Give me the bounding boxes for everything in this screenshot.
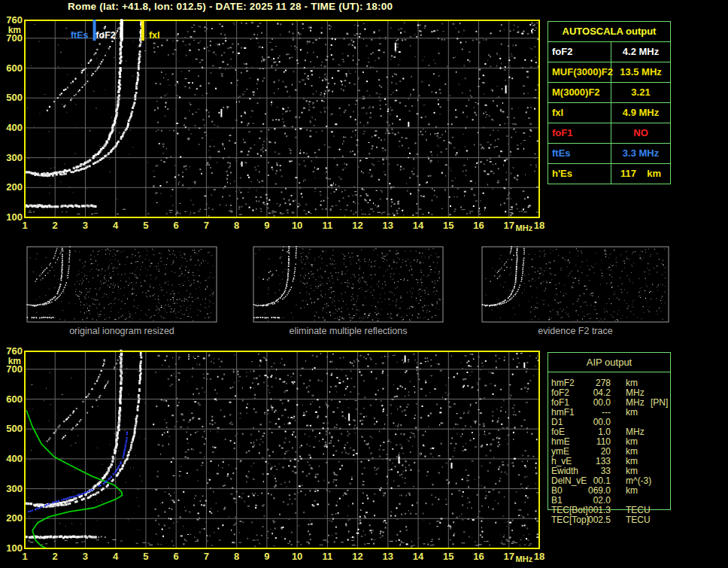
ionogram-plot-top: ftEsfoF2fxI123456789101112131415161718MH… (6, 14, 544, 232)
marker-label-fxI: fxI (149, 30, 160, 41)
autoscala-table-rows: foF24.2 MHzMUF(3000)F213.5 MHzM(3000)F23… (548, 41, 670, 184)
autoscala-row-value: 3.3 MHz (611, 144, 670, 163)
x-tick-label: 9 (264, 220, 269, 231)
y-tick-label: 400 (6, 453, 23, 464)
autoscala-output-table: AUTOSCALA output foF24.2 MHzMUF(3000)F21… (548, 21, 671, 184)
autoscala-table-title: AUTOSCALA output (548, 22, 670, 41)
aip-row-hmF1: hmF1---km (548, 408, 679, 418)
x-tick-label: 1 (22, 551, 27, 562)
x-tick-label: 7 (204, 220, 209, 231)
thumbnail-caption-original: original ionogram resized (27, 326, 217, 336)
autoscala-row-value: 4.9 MHz (611, 103, 670, 123)
x-tick-label: 4 (113, 551, 119, 562)
x-tick-label: 11 (322, 220, 332, 231)
x-tick-label: 16 (473, 220, 484, 231)
aip-row-DelNvE: DelN_vE00.1m^(-3) (548, 476, 679, 486)
autoscala-row-label: foF2 (548, 42, 611, 62)
y-tick-label: 300 (6, 152, 23, 163)
x-tick-label: 11 (322, 551, 332, 562)
x-tick-label: 13 (383, 220, 393, 231)
x-tick-label: 14 (413, 551, 424, 562)
x-tick-label: 3 (83, 551, 88, 562)
x-tick-label: 18 (534, 551, 544, 562)
x-tick-label: 12 (352, 551, 362, 562)
aip-row-TECTop: TEC[Top]002.5TECU (548, 515, 679, 525)
ionogram-plot-bottom: 123456789101112131415161718MHz7607006005… (6, 345, 544, 563)
x-tick-label: 9 (264, 551, 269, 562)
aip-table-title: AIP output (548, 353, 670, 372)
x-tick-label: 6 (174, 220, 179, 231)
x-tick-label: 1 (22, 220, 27, 231)
x-tick-label: 7 (204, 551, 209, 562)
y-tick-label: 100 (6, 211, 23, 223)
y-tick-label: 500 (6, 423, 23, 434)
autoscala-row-MUF3000F2: MUF(3000)F213.5 MHz (548, 62, 670, 82)
y-tick-label: 760 (6, 345, 23, 357)
x-tick-label: 10 (292, 551, 302, 562)
y-axis-unit: km (8, 356, 21, 366)
x-tick-label: 10 (292, 220, 302, 231)
y-tick-label: 600 (6, 62, 23, 74)
autoscala-row-value: 3.21 (611, 83, 670, 102)
marker-label-foF2: foF2 (96, 30, 115, 41)
autoscala-row-hEs: h'Es117 km (548, 163, 670, 184)
y-tick-label: 100 (6, 542, 23, 554)
autoscala-row-label: foF1 (548, 123, 611, 143)
aip-row-value: 002.5 (578, 515, 611, 525)
x-tick-label: 3 (83, 220, 88, 231)
x-tick-label: 13 (383, 551, 393, 562)
x-tick-label: 8 (234, 551, 239, 562)
x-tick-label: 18 (534, 220, 544, 231)
autoscala-row-label: ftEs (548, 144, 611, 163)
autoscala-row-label: MUF(3000)F2 (548, 62, 611, 82)
thumbnail-original-ionogram (27, 246, 217, 322)
thumbnail-caption-eliminate: eliminate multiple reflections (253, 326, 443, 336)
marker-label-ftEs: ftEs (71, 30, 89, 41)
autoscala-row-label: fxI (548, 103, 611, 123)
x-tick-label: 5 (143, 220, 148, 231)
x-axis-unit: MHz (516, 223, 533, 232)
autoscala-row-value: 4.2 MHz (611, 42, 670, 62)
x-tick-label: 17 (504, 551, 514, 562)
aip-row-unit: km (626, 408, 638, 418)
y-tick-label: 200 (6, 512, 23, 524)
x-tick-label: 6 (174, 551, 179, 562)
autoscala-row-foF1: foF1NO (548, 123, 670, 143)
x-tick-label: 2 (53, 551, 58, 562)
autoscala-row-ftEs: ftEs3.3 MHz (548, 143, 670, 163)
y-tick-label: 300 (6, 483, 23, 494)
thumbnail-eliminate-reflections (253, 246, 443, 322)
y-tick-label: 600 (6, 393, 23, 405)
autoscala-row-fxI: fxI4.9 MHz (548, 102, 670, 123)
y-tick-label: 400 (6, 122, 23, 133)
autoscala-row-value: NO (611, 123, 670, 143)
x-tick-label: 16 (473, 551, 484, 562)
x-tick-label: 15 (443, 551, 453, 562)
x-tick-label: 12 (352, 220, 362, 231)
x-tick-label: 2 (53, 220, 58, 231)
thumbnail-caption-evidence: evidence F2 trace (482, 326, 669, 336)
aip-row-D1: D100.0 (548, 418, 679, 427)
autoscala-row-foF2: foF24.2 MHz (548, 41, 670, 62)
x-axis-unit: MHz (516, 554, 533, 563)
aip-row-extra: [PN] (651, 398, 668, 408)
autoscala-row-value: 117 km (611, 164, 670, 184)
aip-row-B0: B0069.0km (548, 486, 679, 496)
autoscala-row-value: 13.5 MHz (611, 62, 670, 82)
thumbnail-evidence-f2-trace (482, 246, 669, 322)
x-tick-label: 8 (234, 220, 239, 231)
y-axis-unit: km (8, 25, 21, 35)
aip-table-rows: hmF2278kmfoF204.2MHzfoF100.0MHz[PN]hmF1-… (548, 378, 679, 525)
y-tick-label: 500 (6, 92, 23, 103)
autoscala-row-label: M(3000)F2 (548, 83, 611, 102)
autoscala-row-label: h'Es (548, 164, 611, 184)
aip-row-unit: TECU (626, 515, 651, 525)
x-tick-label: 15 (443, 220, 453, 231)
x-tick-label: 17 (504, 220, 514, 231)
aip-row-unit: km (626, 486, 638, 496)
y-tick-label: 200 (6, 181, 23, 193)
autoscala-row-M3000F2: M(3000)F23.21 (548, 82, 670, 102)
x-tick-label: 4 (113, 220, 119, 231)
x-tick-label: 14 (413, 220, 424, 231)
y-tick-label: 760 (6, 14, 23, 26)
